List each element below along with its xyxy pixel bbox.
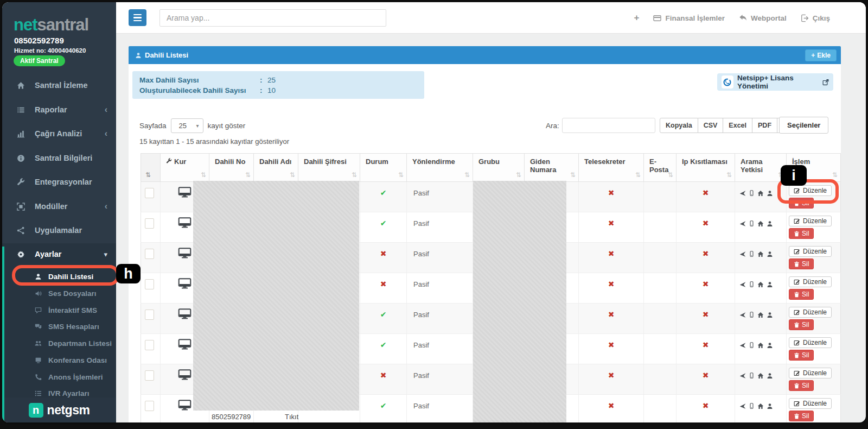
user-icon <box>767 281 773 288</box>
mobile-icon <box>749 281 755 288</box>
column-header-giden-numara[interactable]: Giden Numara⇅ <box>525 154 579 182</box>
excel-button[interactable]: Excel <box>723 118 752 133</box>
column-header-dahili-adi[interactable]: Dahili Adı⇅ <box>254 154 298 182</box>
menu-toggle-button[interactable] <box>129 9 146 26</box>
chevron-left-icon: ‹ <box>105 202 107 211</box>
delete-button[interactable]: Sil <box>789 228 814 239</box>
sidebar-item-label: Konferans Odası <box>48 356 107 364</box>
row-checkbox[interactable] <box>145 279 154 289</box>
column-header-eposta[interactable]: E-Posta⇅ <box>644 154 676 182</box>
creatable-extension-row: Oluşturulabilecek Dahili Sayısı:10 <box>139 85 417 96</box>
delete-button[interactable]: Sil <box>789 258 814 269</box>
column-header-dahili-sifresi[interactable]: Dahili Şifresi⇅ <box>298 154 360 182</box>
edit-button[interactable]: Düzenle <box>789 216 832 226</box>
page-size-prefix: Sayfada <box>139 122 167 130</box>
sidebar-item-moduller[interactable]: Modüller ‹ <box>2 194 116 218</box>
sidebar-item-label: Santral İzleme <box>35 81 88 90</box>
edit-button[interactable]: Düzenle <box>789 276 832 287</box>
delete-button[interactable]: Sil <box>789 350 814 361</box>
sidebar-item-ses-dosyalari[interactable]: Ses Dosyaları <box>2 285 116 301</box>
finansal-islemler-link[interactable]: Finansal İşlemler <box>653 14 725 22</box>
edit-button-label: Düzenle <box>803 278 827 286</box>
plane-icon <box>739 312 746 318</box>
netsipp-phone-icon <box>722 75 733 89</box>
user-icon <box>135 52 142 59</box>
edit-button-label: Düzenle <box>803 369 827 377</box>
sidebar-item-raporlar[interactable]: Raporlar ‹ <box>2 98 116 122</box>
pdf-button[interactable]: PDF <box>752 118 777 133</box>
edit-button[interactable]: Düzenle <box>789 307 832 318</box>
mobile-icon <box>749 342 755 349</box>
status-mark: ✔ <box>360 395 406 410</box>
sidebar-item-cagri-analizi[interactable]: Çağrı Analizi ‹ <box>2 122 116 146</box>
row-checkbox[interactable] <box>145 401 154 411</box>
status-mark: ✖ <box>360 243 406 258</box>
row-checkbox[interactable] <box>145 249 154 259</box>
edit-button[interactable]: Düzenle <box>789 246 832 257</box>
sidebar-item-ayarlar[interactable]: Ayarlar ▾ <box>2 245 116 263</box>
selected-items-button[interactable]: Seçilenler <box>779 117 828 134</box>
copy-button[interactable]: Kopyala <box>660 118 698 133</box>
chevron-left-icon: ‹ <box>105 105 107 114</box>
sidebar-item-santral-bilgileri[interactable]: Santral Bilgileri <box>2 146 116 170</box>
speaker-icon <box>35 290 43 297</box>
sidebar-item-entegrasyonlar[interactable]: Entegrasyonlar <box>2 170 116 194</box>
info-icon <box>17 154 30 162</box>
home-icon <box>757 312 764 318</box>
add-extension-button[interactable]: + Ekle <box>805 49 837 61</box>
call-permission-icons <box>735 364 786 379</box>
sidebar-item-uygulamalar[interactable]: Uygulamalar <box>2 218 116 242</box>
column-header-kur[interactable]: Kur⇅ <box>161 154 209 182</box>
column-header-dahili-no[interactable]: Dahili No⇅ <box>209 154 254 182</box>
plus-icon[interactable]: + <box>634 12 639 23</box>
voicemail-mark: ✖ <box>579 304 643 319</box>
sort-icon: ⇅ <box>832 171 838 179</box>
row-checkbox[interactable] <box>145 310 154 320</box>
netsipp-license-button[interactable]: Netsipp+ Lisans Yönetimi <box>717 73 833 91</box>
row-checkbox[interactable] <box>145 188 154 198</box>
status-mark: ✔ <box>360 182 406 197</box>
page-size-select[interactable]: 25 ▾ <box>171 118 203 133</box>
edit-icon <box>794 309 800 316</box>
sidebar-item-sms-hesaplari[interactable]: SMS Hesapları <box>2 318 116 335</box>
edit-button[interactable]: Düzenle <box>789 368 832 378</box>
mobile-icon <box>749 250 755 257</box>
webportal-link[interactable]: Webportal <box>739 14 787 22</box>
delete-button-label: Sil <box>802 382 809 389</box>
sidebar-item-departman-listesi[interactable]: Departman Listesi <box>2 335 116 351</box>
column-header-ip-kisitlamasi[interactable]: Ip Kısıtlaması⇅ <box>676 154 735 182</box>
home-icon <box>757 281 764 288</box>
column-header-grubu[interactable]: Grubu⇅ <box>473 154 525 182</box>
redacted-group-number-data <box>473 181 566 423</box>
column-header-telesekreter[interactable]: Telesekreter⇅ <box>579 154 644 182</box>
csv-button[interactable]: CSV <box>698 118 724 133</box>
sidebar-item-santral-izleme[interactable]: Santral İzleme <box>2 73 116 97</box>
edit-icon <box>794 400 800 407</box>
select-all-header[interactable]: ⇅ <box>141 154 161 182</box>
ip-restriction-mark: ✖ <box>676 364 735 380</box>
delete-button[interactable]: Sil <box>789 319 814 330</box>
forwarding-value: Pasif <box>407 212 473 228</box>
cell-eposta <box>644 273 676 304</box>
sidebar-item-konferans-odasi[interactable]: Konferans Odası <box>2 352 116 368</box>
row-checkbox[interactable] <box>145 370 154 381</box>
edit-button[interactable]: Düzenle <box>789 337 832 348</box>
sidebar-item-anons-islemleri[interactable]: Anons İşlemleri <box>2 369 116 385</box>
table-search-input[interactable] <box>562 118 655 133</box>
delete-button[interactable]: Sil <box>789 380 814 391</box>
logout-link[interactable]: Çıkış <box>801 14 830 22</box>
user-icon <box>767 251 773 257</box>
column-header-durum[interactable]: Durum⇅ <box>360 154 407 182</box>
row-checkbox[interactable] <box>145 340 154 350</box>
column-header-yonlendirme[interactable]: Yönlendirme⇅ <box>407 154 473 182</box>
status-mark: ✔ <box>360 212 406 228</box>
global-search-input[interactable] <box>159 9 386 27</box>
delete-button[interactable]: Sil <box>789 289 814 300</box>
delete-button[interactable]: Sil <box>789 411 814 421</box>
sidebar-item-interaktif-sms[interactable]: İnteraktif SMS <box>2 302 116 318</box>
edit-button[interactable]: Düzenle <box>789 398 832 409</box>
column-header-arama-yetkisi[interactable]: Arama Yetkisi⇅ <box>735 154 787 182</box>
row-checkbox[interactable] <box>145 218 154 229</box>
netsantral-logo: netsantral <box>14 15 88 35</box>
forwarding-value: Pasif <box>407 395 473 410</box>
